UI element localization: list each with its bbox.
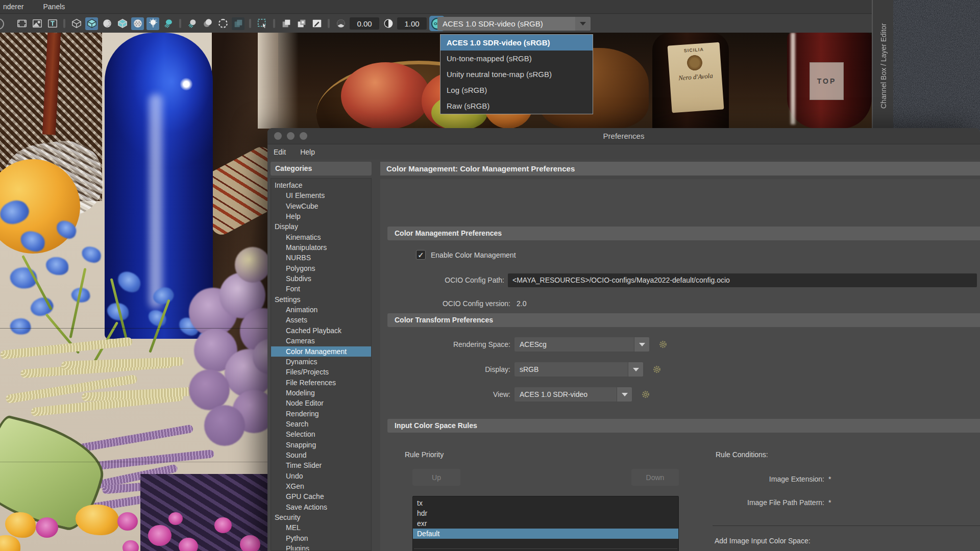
gate-mask-hud-icon[interactable] (46, 17, 59, 30)
ocio-path-label: OCIO Config Path: (402, 276, 504, 284)
chevron-down-icon[interactable] (634, 337, 649, 352)
category-item-snapping[interactable]: Snapping (271, 440, 371, 450)
category-item-viewcube[interactable]: ViewCube (271, 201, 371, 211)
menu-edit[interactable]: Edit (274, 148, 286, 156)
rule-down-button[interactable]: Down (631, 469, 679, 486)
isolate-select-icon[interactable] (232, 17, 244, 30)
smooth-shade-display-icon[interactable] (85, 17, 98, 30)
select-objects-icon[interactable] (256, 17, 268, 30)
gear-icon[interactable] (652, 365, 662, 374)
camera-label-top: TOP (810, 62, 844, 100)
anti-aliasing-icon[interactable] (216, 17, 229, 30)
chevron-down-icon[interactable] (617, 387, 632, 402)
rendering-space-label: Rendering Space: (411, 340, 510, 348)
category-item-time-slider[interactable]: Time Slider (271, 460, 371, 470)
xray-display-icon[interactable] (280, 17, 292, 30)
category-item-settings[interactable]: Settings (271, 294, 371, 305)
category-item-font[interactable]: Font (271, 284, 371, 294)
wireframe-display-icon[interactable] (70, 17, 83, 30)
category-item-undo[interactable]: Undo (271, 471, 371, 481)
category-item-gpu-cache[interactable]: GPU Cache (271, 491, 371, 502)
category-item-animation[interactable]: Animation (271, 305, 371, 315)
rule-item-hdr[interactable]: hdr (413, 508, 678, 518)
category-item-node-editor[interactable]: Node Editor (271, 398, 371, 408)
view-transform-dropdown[interactable]: ACES 1.0 SDR-video (sRGB) (437, 17, 591, 31)
chevron-down-icon[interactable] (628, 362, 643, 377)
exposure-icon[interactable] (334, 17, 347, 30)
rule-item-default[interactable]: Default (413, 529, 678, 539)
category-item-kinematics[interactable]: Kinematics (271, 232, 371, 242)
ocio-path-field[interactable]: <MAYA_RESOURCES>/OCIO-configs/Maya2022-d… (508, 273, 977, 287)
lighting-icon[interactable] (146, 17, 159, 30)
purple-millet-spike (87, 449, 214, 471)
colorspace-option[interactable]: Raw (sRGB) (440, 98, 593, 114)
category-item-files-projects[interactable]: Files/Projects (271, 367, 371, 377)
category-item-search[interactable]: Search (271, 419, 371, 429)
colorspace-option[interactable]: Log (sRGB) (440, 82, 593, 98)
category-item-python[interactable]: Python (271, 533, 371, 543)
toolbar-separator (179, 19, 181, 28)
category-item-manipulators[interactable]: Manipulators (271, 242, 371, 253)
rule-up-button[interactable]: Up (412, 469, 460, 486)
rule-item-exr[interactable]: exr (413, 518, 678, 529)
rendering-space-dropdown[interactable]: ACEScg (514, 337, 649, 352)
category-item-save-actions[interactable]: Save Actions (271, 502, 371, 512)
enable-color-management-checkbox[interactable]: ✓ (416, 250, 426, 260)
category-item-sound[interactable]: Sound (271, 450, 371, 460)
pink-flower (214, 517, 232, 533)
shadows-icon[interactable] (162, 17, 175, 30)
menu-renderer[interactable]: nderer (1, 3, 26, 11)
category-item-ui-elements[interactable]: UI Elements (271, 190, 371, 201)
field-exposure-field[interactable]: 0.00 (350, 17, 379, 30)
category-item-nurbs[interactable]: NURBS (271, 253, 371, 263)
category-item-assets[interactable]: Assets (271, 315, 371, 325)
field-gamma-field[interactable]: 1.00 (397, 17, 427, 30)
category-item-plugins[interactable]: Plugins (271, 543, 371, 551)
category-item-help[interactable]: Help (271, 211, 371, 221)
category-item-cached-playback[interactable]: Cached Playback (271, 325, 371, 336)
xray-joints-icon[interactable] (295, 17, 308, 30)
category-item-selection[interactable]: Selection (271, 429, 371, 439)
wireframe-on-shaded-icon[interactable] (116, 17, 129, 30)
edge-partial-circle-icon[interactable] (0, 17, 13, 30)
category-item-color-management[interactable]: Color Management (271, 346, 371, 357)
colorspace-option[interactable]: Unity neutral tone-map (sRGB) (440, 66, 593, 82)
prefs-main-panel: Color Management: Color Management Prefe… (380, 162, 980, 551)
category-item-interface[interactable]: Interface (271, 180, 371, 190)
gear-icon[interactable] (641, 390, 650, 399)
category-item-security[interactable]: Security (271, 512, 371, 522)
category-item-modeling[interactable]: Modeling (271, 388, 371, 398)
menu-panels[interactable]: Panels (41, 3, 67, 11)
image-file-path-pattern-value: * (828, 498, 831, 507)
menu-help[interactable]: Help (300, 148, 315, 156)
category-item-rendering[interactable]: Rendering (271, 409, 371, 419)
pink-flower (148, 525, 172, 546)
gear-icon[interactable] (658, 340, 668, 349)
resolution-gate-icon[interactable] (31, 17, 43, 30)
use-default-material-icon[interactable] (131, 17, 144, 30)
titlebar[interactable]: Preferences (267, 128, 980, 144)
rule-item-tx[interactable]: tx (413, 498, 678, 508)
rule-priority-list[interactable]: txhdrexrDefault (412, 496, 679, 551)
grease-pencil-icon[interactable] (310, 17, 323, 30)
category-item-polygons[interactable]: Polygons (271, 263, 371, 273)
display-dropdown[interactable]: sRGB (514, 362, 643, 377)
colorspace-option[interactable]: ACES 1.0 SDR-video (sRGB) (440, 35, 593, 51)
ambient-occlusion-icon[interactable] (186, 17, 199, 30)
category-item-subdivs[interactable]: Subdivs (271, 273, 371, 284)
film-gate-icon[interactable] (15, 17, 28, 30)
textured-display-icon[interactable] (101, 17, 113, 30)
category-item-mel[interactable]: MEL (271, 522, 371, 533)
category-item-xgen[interactable]: XGen (271, 481, 371, 491)
channel-box-layer-editor-tab[interactable]: Channel Box / Layer Editor (873, 2, 894, 130)
contrast-icon[interactable] (382, 17, 395, 30)
category-item-display[interactable]: Display (271, 221, 371, 232)
toolbar-separator (249, 19, 251, 28)
category-item-cameras[interactable]: Cameras (271, 336, 371, 346)
chevron-down-icon[interactable] (575, 17, 591, 31)
motion-blur-icon[interactable] (201, 17, 214, 30)
view-dropdown[interactable]: ACES 1.0 SDR-video (514, 387, 632, 402)
colorspace-option[interactable]: Un-tone-mapped (sRGB) (440, 51, 593, 66)
category-item-file-references[interactable]: File References (271, 378, 371, 388)
category-item-dynamics[interactable]: Dynamics (271, 357, 371, 367)
